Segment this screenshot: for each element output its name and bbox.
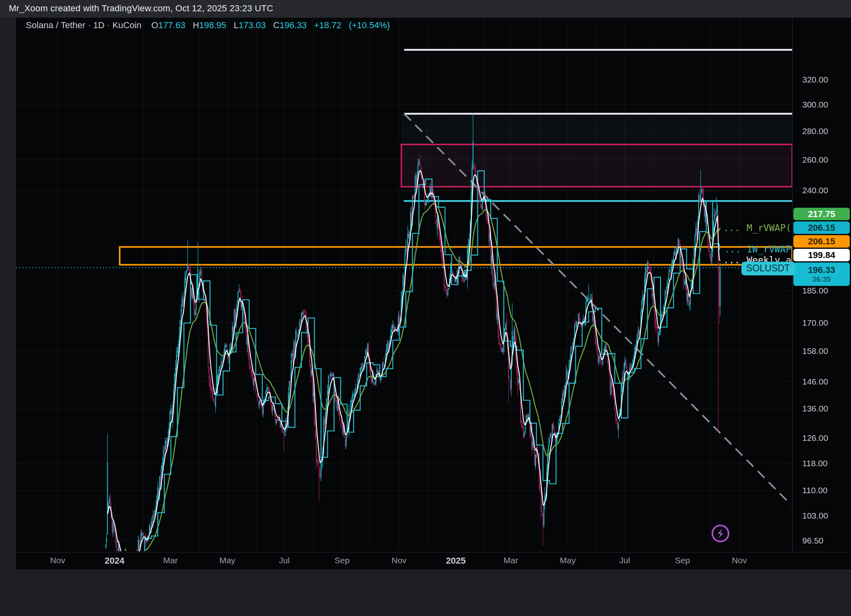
close-value: 196.33 [280, 20, 307, 30]
symbol-price-label: SOLUSDT [741, 262, 795, 275]
indicator-label: ... [723, 255, 740, 265]
open-label: O [152, 20, 158, 30]
chart-canvas [0, 0, 851, 616]
open-value: 177.63 [158, 20, 185, 30]
indicator-label: 1W_rVWAP [747, 244, 791, 254]
close-label: C [273, 20, 280, 30]
symbol-title: Solana / Tether [26, 20, 85, 30]
high-value: 198.95 [199, 20, 226, 30]
change-value: +18.72 [314, 20, 341, 30]
price-badge: 199.84 [793, 249, 850, 261]
symbol-legend[interactable]: Solana / Tether · 1D · KuCoin O177.63 H1… [26, 20, 390, 31]
indicator-label: M_rVWAP( [747, 223, 791, 233]
price-badge: 217.75 [793, 208, 850, 220]
low-value: 173.03 [239, 20, 266, 30]
price-badge: 206.15 [793, 235, 850, 248]
exchange-label: KuCoin [112, 20, 141, 30]
lightning-badge-icon [712, 525, 729, 542]
indicator-label: ... [723, 223, 740, 233]
low-label: L [234, 20, 239, 30]
monthly-rvwap-line [125, 204, 720, 565]
interval-label: 1D [93, 20, 104, 30]
high-label: H [193, 20, 199, 30]
tradingview-chart-window: { "attribution": "Mr_Xoom created with T… [0, 0, 851, 616]
price-badge: 206.15 [793, 221, 850, 234]
indicator-label: ... [724, 244, 741, 254]
pink-box-drawing [401, 145, 792, 187]
change-percent: (+10.54%) [349, 20, 390, 30]
countdown-timer: 36:35 [812, 275, 831, 284]
weekly-rvwap-step-line [125, 171, 720, 589]
price-badge: 196.3336:35 [793, 263, 850, 286]
